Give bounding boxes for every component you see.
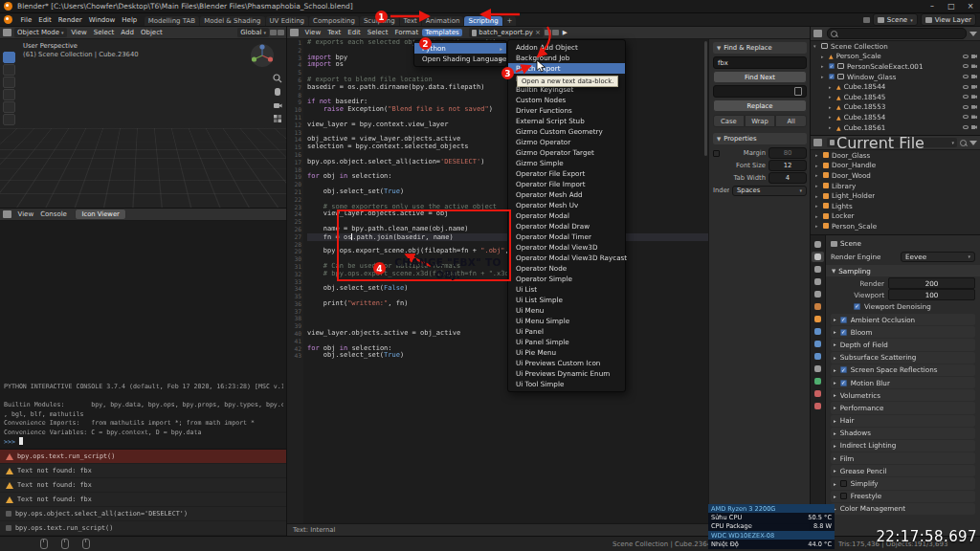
properties-tab-world[interactable] bbox=[812, 301, 824, 312]
console-editor-type-icon[interactable] bbox=[3, 210, 11, 218]
viewport-menu-view[interactable]: View bbox=[68, 29, 91, 36]
menu-help[interactable]: Help bbox=[119, 16, 141, 24]
python-template-ui-pie-menu[interactable]: Ui Pie Menu bbox=[508, 347, 625, 358]
viewport-editor-type-icon[interactable] bbox=[3, 29, 11, 36]
file-row-door-handle[interactable]: ▸Door_Handle bbox=[811, 161, 980, 171]
disclosure-icon[interactable]: ▸ bbox=[821, 74, 826, 79]
text-datablock-selector[interactable]: batch_export.py × bbox=[469, 28, 544, 37]
disable-in-renders-icon[interactable] bbox=[971, 95, 977, 99]
menu-edit[interactable]: Edit bbox=[35, 16, 56, 24]
viewport-canvas[interactable]: User Perspective (61) Scene Collection |… bbox=[0, 39, 287, 209]
sampling-value-field[interactable]: 200 bbox=[888, 277, 975, 289]
properties-tab-particles[interactable] bbox=[812, 339, 824, 349]
workspace-tab-model-shading[interactable]: Model & Shading bbox=[200, 16, 264, 27]
properties-panel-header[interactable]: ▼ Properties bbox=[713, 133, 807, 144]
python-template-operator-file-import[interactable]: Operator File Import bbox=[508, 179, 625, 189]
outliner-row-scene-collection[interactable]: ▾Scene Collection bbox=[811, 41, 980, 52]
properties-tab-output[interactable] bbox=[812, 264, 824, 275]
select-box-tool[interactable] bbox=[3, 52, 15, 63]
panel-grease-pencil[interactable]: ▸Grease Pencil bbox=[831, 465, 975, 476]
python-template-operator-mesh-add[interactable]: Operator Mesh Add bbox=[508, 189, 625, 200]
viewport-denoising-checkbox[interactable]: ✓ bbox=[854, 303, 860, 310]
panel-freestyle[interactable]: ▸Freestyle bbox=[831, 491, 975, 502]
disable-in-renders-icon[interactable] bbox=[971, 75, 977, 78]
file-row-person-scale[interactable]: ▸Person_Scale bbox=[811, 221, 980, 231]
panel-bloom[interactable]: ▸✓Bloom bbox=[831, 326, 975, 338]
console-menu-view[interactable]: View bbox=[14, 210, 37, 218]
viewport-menu-add[interactable]: Add bbox=[118, 29, 138, 36]
filter-icon[interactable] bbox=[969, 32, 977, 36]
close-button[interactable]: × bbox=[961, 2, 980, 11]
disclosure-icon[interactable]: ▸ bbox=[815, 163, 820, 168]
python-template-ui-list[interactable]: Ui List bbox=[508, 284, 625, 295]
disclosure-icon[interactable]: ▸ bbox=[815, 223, 820, 229]
python-template-gizmo-operator[interactable]: Gizmo Operator bbox=[508, 137, 625, 147]
display-mode-selector[interactable]: Current File ▾ bbox=[827, 138, 957, 147]
info-row[interactable]: Text not found: fbx bbox=[0, 464, 287, 478]
info-row[interactable]: bpy.ops.text.run_script() bbox=[0, 450, 287, 464]
disable-in-renders-icon[interactable] bbox=[971, 115, 977, 119]
python-template-addon-add-object[interactable]: Addon Add Object bbox=[508, 42, 625, 53]
python-template-operator-mesh-uv[interactable]: Operator Mesh Uv bbox=[508, 200, 625, 210]
python-template-ui-menu-simple[interactable]: Ui Menu Simple bbox=[508, 316, 625, 326]
text-menu-view[interactable]: View bbox=[301, 29, 324, 36]
panel-simplify[interactable]: ▸Simplify bbox=[831, 477, 975, 489]
hide-in-viewport-icon[interactable] bbox=[963, 85, 969, 89]
menu-file[interactable]: File bbox=[17, 16, 35, 24]
python-template-operator-modal-view3d-raycast[interactable]: Operator Modal View3D Raycast bbox=[508, 253, 625, 263]
python-template-ui-menu[interactable]: Ui Menu bbox=[508, 305, 625, 316]
cursor-tool[interactable] bbox=[3, 64, 15, 76]
pan-hand-icon[interactable] bbox=[273, 87, 282, 97]
properties-tab-material[interactable] bbox=[812, 388, 824, 399]
properties-tab-object-data[interactable] bbox=[812, 376, 824, 386]
sidebar-row-margin[interactable]: Margin80 bbox=[713, 147, 807, 159]
python-template-ui-previews-dynamic-enum[interactable]: Ui Previews Dynamic Enum bbox=[508, 368, 625, 379]
workspace-tab-item[interactable]: + bbox=[503, 16, 517, 27]
toggle-case[interactable]: Case bbox=[713, 115, 745, 127]
move-tool[interactable] bbox=[3, 77, 15, 88]
field-indentation[interactable]: Spaces▾ bbox=[732, 186, 807, 196]
panel-motion-blur[interactable]: ▸✓Motion Blur bbox=[831, 377, 975, 388]
panel-volumetrics[interactable]: ▸Volumetrics bbox=[831, 389, 975, 401]
info-row[interactable]: Text not found: fbx bbox=[0, 478, 287, 493]
menu-window[interactable]: Window bbox=[85, 16, 119, 24]
field-margin[interactable]: 80 bbox=[768, 147, 807, 159]
filter-icon[interactable] bbox=[969, 141, 977, 145]
outliner-row-window-glass[interactable]: ▸✓Window_Glass bbox=[811, 72, 980, 82]
disclosure-icon[interactable]: ▸ bbox=[829, 114, 834, 120]
hide-in-viewport-icon[interactable] bbox=[963, 55, 969, 58]
workspace-tab-scripting[interactable]: Scripting bbox=[464, 16, 501, 27]
outliner-editor-type-icon[interactable] bbox=[813, 30, 822, 37]
disclosure-icon[interactable]: ▸ bbox=[829, 84, 834, 90]
orientation-selector[interactable]: Global ▾ bbox=[237, 28, 269, 37]
disclosure-icon[interactable]: ▸ bbox=[815, 203, 820, 209]
scene-selector[interactable]: Scene ▾ bbox=[873, 13, 918, 26]
toggle-wrap[interactable]: Wrap bbox=[745, 115, 776, 127]
panel-subsurface-scattering[interactable]: ▸Subsurface Scattering bbox=[831, 352, 975, 364]
text-menu-edit[interactable]: Edit bbox=[345, 29, 365, 36]
disclosure-icon[interactable]: ▸ bbox=[821, 63, 826, 69]
python-template-operator-modal[interactable]: Operator Modal bbox=[508, 210, 625, 221]
menu-render[interactable]: Render bbox=[55, 16, 85, 24]
file-row-door-wood[interactable]: ▸Door_Wood bbox=[811, 170, 980, 181]
zoom-icon[interactable] bbox=[273, 74, 282, 83]
outliner-row-cube-18553[interactable]: ▸▲Cube.18553 bbox=[811, 102, 980, 113]
panel-film[interactable]: ▸Film bbox=[831, 452, 975, 464]
info-row[interactable]: bpy.ops.object.select_all(action='DESELE… bbox=[0, 507, 287, 521]
templates-menu-item-open-shading-language[interactable]: Open Shading Language▸ bbox=[414, 54, 506, 64]
field-tab-width[interactable]: 4 bbox=[768, 172, 807, 184]
find-replace-panel-header[interactable]: ▼ Find & Replace bbox=[713, 42, 807, 54]
camera-view-icon[interactable] bbox=[273, 100, 282, 110]
properties-tab-tool[interactable] bbox=[812, 239, 824, 250]
python-template-ui-panel[interactable]: Ui Panel bbox=[508, 326, 625, 337]
text-menu-select[interactable]: Select bbox=[364, 29, 391, 36]
python-template-ui-list-simple[interactable]: Ui List Simple bbox=[508, 295, 625, 305]
sidebar-row-tab-width[interactable]: Tab Width4 bbox=[713, 172, 807, 184]
python-template-ui-previews-custom-icon[interactable]: Ui Previews Custom Icon bbox=[508, 358, 625, 368]
search-icon[interactable] bbox=[960, 140, 967, 146]
disable-in-renders-icon[interactable] bbox=[971, 85, 977, 89]
checkbox-motion-blur[interactable]: ✓ bbox=[840, 380, 847, 386]
panel-indirect-lighting[interactable]: ▸Indirect Lighting bbox=[831, 440, 975, 452]
outliner-row-cube-18544[interactable]: ▸▲Cube.18544 bbox=[811, 81, 980, 92]
transform-tool[interactable] bbox=[3, 114, 15, 125]
